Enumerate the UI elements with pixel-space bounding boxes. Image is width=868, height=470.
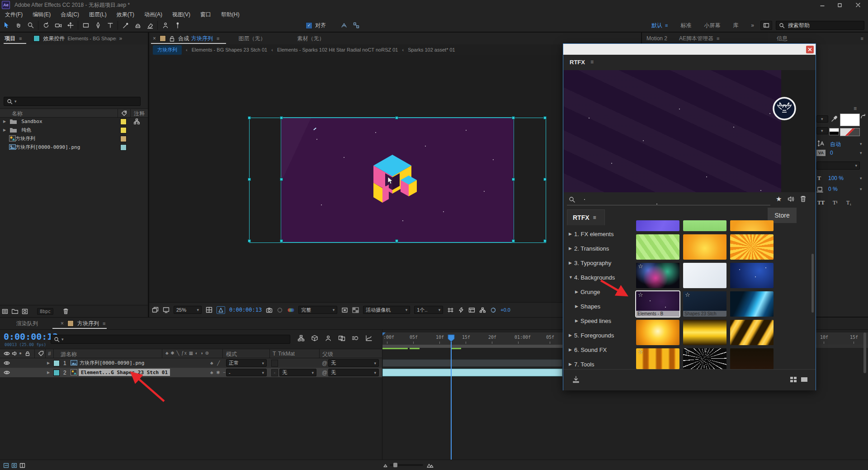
inout-panes-toggle-icon[interactable] xyxy=(18,463,26,468)
workspace-tab-small-screen[interactable]: 小屏幕 xyxy=(704,22,720,29)
view-camera-dropdown[interactable]: 活动摄像机▾ xyxy=(363,306,410,314)
timeline-search-input[interactable]: ▾ xyxy=(51,335,290,344)
selection-handle[interactable] xyxy=(512,239,515,242)
download-icon[interactable] xyxy=(572,376,580,383)
timeline-panel-icon[interactable] xyxy=(468,307,475,313)
hide-shy-icon[interactable] xyxy=(325,335,332,342)
selection-handle[interactable] xyxy=(543,239,547,242)
breadcrumb-item[interactable]: Elements - BG Shapes 23 Stch 01 xyxy=(192,47,268,52)
menu-effect[interactable]: 效果(T) xyxy=(112,11,139,19)
tab-composition-name[interactable]: 方块序列 xyxy=(191,35,213,43)
mask-visibility-icon[interactable] xyxy=(217,306,225,314)
swap-colors-icon[interactable] xyxy=(860,114,866,120)
favorite-star-icon[interactable]: ☆ xyxy=(638,292,643,298)
panel-tab-overflow-icon[interactable]: » xyxy=(119,35,122,42)
asset-thumbnail[interactable] xyxy=(683,234,726,260)
column-comment[interactable]: 注释 xyxy=(134,110,145,118)
fill-color-swatch[interactable] xyxy=(840,114,860,126)
column-parent[interactable]: 父级 xyxy=(322,351,333,358)
brush-tool[interactable] xyxy=(119,20,132,31)
category-typography[interactable]: ▶3. Typography xyxy=(563,256,632,271)
rtfx-preview[interactable] xyxy=(564,70,781,192)
help-search-input[interactable]: 搜索帮助 xyxy=(776,21,864,30)
asset-thumbnail[interactable] xyxy=(730,348,774,369)
selection-handle[interactable] xyxy=(512,178,515,181)
timeline-zoom-slider[interactable] xyxy=(390,464,423,466)
column-trkmat[interactable]: TrkMat xyxy=(278,351,295,357)
asset-thumbnail[interactable]: ☆Shapes 23 Stch xyxy=(683,291,726,317)
menu-view[interactable]: 视图(V) xyxy=(167,11,195,19)
asset-thumbnail-selected[interactable]: ☆Elements - B xyxy=(636,291,679,317)
trkmat-dropdown[interactable]: 无▾ xyxy=(279,369,316,376)
char-extra-dropdown[interactable]: ▾ xyxy=(816,161,860,170)
parent-dropdown[interactable]: 无▾ xyxy=(328,369,379,376)
tab-footage[interactable]: 素材（无） xyxy=(297,35,324,43)
timeline-panel-menu-icon[interactable]: ≡ xyxy=(103,321,105,326)
layer-row-1[interactable]: ▶ 1 方块序列[0000-0090].png ♣ ╱ 正常▾ @ 无▾ xyxy=(0,358,382,368)
fast-preview-icon[interactable] xyxy=(458,307,464,313)
blend-mode-dropdown[interactable]: 正常▾ xyxy=(226,359,267,367)
selection-handle[interactable] xyxy=(395,116,398,119)
snapping-icon[interactable] xyxy=(338,20,350,31)
layer-2-duration-bar[interactable] xyxy=(382,369,562,376)
leading-value[interactable]: 自动 xyxy=(830,141,841,148)
asset-thumbnail[interactable] xyxy=(636,320,679,345)
rtfx-library-tab[interactable]: RTFX ≡ xyxy=(567,209,605,225)
tab-close-icon[interactable]: × xyxy=(153,35,156,42)
baseline-shift-value[interactable]: 0 % xyxy=(828,186,838,192)
layer-color-chip[interactable] xyxy=(53,370,60,376)
magnification-dropdown[interactable]: 25%▾ xyxy=(174,306,202,314)
workspace-tab-default[interactable]: 默认 xyxy=(651,22,662,29)
motion-blur-icon[interactable] xyxy=(352,335,359,342)
show-snapshot-icon[interactable] xyxy=(277,307,283,313)
rtfx-search-input[interactable] xyxy=(567,194,770,205)
selection-handle[interactable] xyxy=(248,178,251,181)
eraser-tool[interactable] xyxy=(144,20,156,31)
favorite-star-icon[interactable]: ☆ xyxy=(685,292,690,298)
rtfx-window-titlebar[interactable] xyxy=(563,44,816,55)
pan-behind-tool[interactable] xyxy=(64,20,76,31)
asset-thumbnail[interactable]: ☆ xyxy=(683,348,726,369)
category-shapes[interactable]: ▶Shapes xyxy=(563,299,632,314)
asset-thumbnail[interactable]: ☆ xyxy=(636,348,679,369)
asset-thumbnail[interactable]: ☆ xyxy=(636,263,679,288)
composition-mini-flowchart-icon[interactable] xyxy=(297,335,305,342)
column-mode[interactable]: 模式 xyxy=(226,351,237,358)
category-backgrounds[interactable]: ▼4. Backgrounds xyxy=(563,270,632,285)
menu-layer[interactable]: 图层(L) xyxy=(84,11,112,19)
video-eye-icon[interactable] xyxy=(4,351,10,356)
label-color-chip[interactable] xyxy=(120,119,127,125)
menu-help[interactable]: 帮助(H) xyxy=(216,11,245,19)
restore-button[interactable] xyxy=(831,0,848,10)
parent-dropdown[interactable]: 无▾ xyxy=(328,359,379,367)
trkmat-toggle[interactable]: - xyxy=(271,369,278,376)
layer-row-2-selected[interactable]: ▶ 2 Element...G Shapes 23 Stch 01 ♣ ✱ − … xyxy=(0,368,382,378)
timeline-timecode[interactable]: 0:00:00:13 xyxy=(4,331,58,342)
selection-handle[interactable] xyxy=(543,116,547,119)
category-foregrounds[interactable]: ▶5. Foregrounds xyxy=(563,328,632,343)
zoom-tool[interactable] xyxy=(24,20,37,31)
project-item-footage[interactable]: 方块序列[0000-0090].png xyxy=(0,143,148,152)
asset-thumbnail[interactable] xyxy=(636,220,679,231)
selection-handle[interactable] xyxy=(512,116,515,119)
audio-speaker-icon[interactable] xyxy=(12,351,17,356)
asset-thumbnail[interactable] xyxy=(683,263,726,288)
selection-handle[interactable] xyxy=(280,239,283,242)
channels-icon[interactable] xyxy=(287,307,294,313)
blend-mode-dropdown[interactable]: -▾ xyxy=(226,369,267,376)
tab-motion2[interactable]: Motion 2 xyxy=(646,35,667,42)
category-speed-lines[interactable]: ▶Speed lines xyxy=(563,313,632,328)
layer-switches[interactable]: ♣ ✱ − xyxy=(210,368,226,377)
video-eye-icon[interactable] xyxy=(4,368,10,377)
playhead-line[interactable] xyxy=(451,335,452,461)
parent-pickwhip-icon[interactable]: @ xyxy=(322,368,327,377)
script-manager-menu-icon[interactable]: ≡ xyxy=(717,36,719,41)
layer-name[interactable]: 方块序列[0000-0090].png xyxy=(80,358,144,368)
menu-edit[interactable]: 编辑(E) xyxy=(28,11,56,19)
roto-brush-tool[interactable] xyxy=(159,20,171,31)
layer-expand-caret-icon[interactable]: ▶ xyxy=(47,358,50,368)
sound-icon[interactable] xyxy=(788,196,794,202)
layer-name-selected[interactable]: Element...G Shapes 23 Stch 01 xyxy=(79,369,170,376)
layer-expand-caret-icon[interactable]: ▶ xyxy=(47,368,50,377)
timeline-vertical-scrollbar[interactable] xyxy=(863,332,866,373)
